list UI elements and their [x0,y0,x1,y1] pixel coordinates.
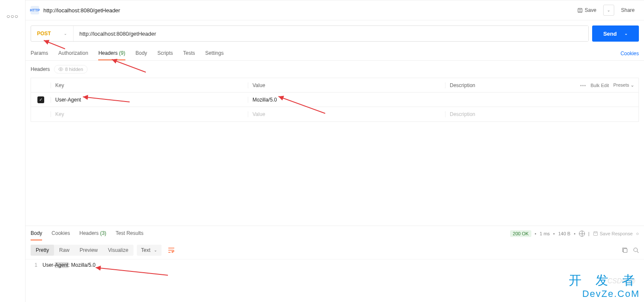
response-time: 1 ms [540,231,550,236]
row-key[interactable]: User-Agent [51,97,248,103]
status-badge: 200 OK [510,230,531,237]
svg-rect-2 [593,232,597,236]
response-tabs: Body Cookies Headers (3) Test Results 20… [26,226,644,241]
table-row: ✓ User-Agent Mozilla/5.0 [31,93,638,107]
copy-icon[interactable] [622,247,628,253]
chevron-down-icon: ⌄ [630,82,634,87]
tab-settings[interactable]: Settings [205,47,224,60]
tab-headers[interactable]: Headers (9) [98,47,125,60]
dots-icon[interactable]: ○ [636,231,639,236]
save-icon [593,231,598,236]
view-raw[interactable]: Raw [54,245,74,256]
new-desc-input[interactable] [450,111,634,117]
presets-button[interactable]: Presets ⌄ [613,82,634,88]
th-key: Key [51,82,248,88]
new-value-input[interactable] [252,111,441,117]
svg-point-4 [634,248,638,252]
send-label: Send [603,31,617,37]
wrap-icon [168,247,175,253]
save-button[interactable]: Save [573,6,601,15]
svg-point-1 [60,69,62,70]
method-select[interactable]: POST ⌄ [31,26,74,41]
save-label: Save [585,7,596,13]
title-bar: HTTP http://localhost:8080/getHeader Sav… [26,0,644,20]
bulk-edit-button[interactable]: Bulk Edit [590,83,609,88]
eye-icon [58,67,63,72]
response-panel: Body Cookies Headers (3) Test Results 20… [26,226,644,302]
th-value: Value [248,82,445,88]
table-header-row: Key Value Description ••• Bulk Edit Pres… [31,78,638,93]
view-mode-group: Pretty Raw Preview Visualize [31,245,133,256]
content-type-select[interactable]: Text ⌄ [137,245,162,256]
line-number: 1 [31,262,43,268]
chevron-down-icon: ⌄ [154,248,157,252]
hidden-headers-toggle[interactable]: 8 hidden [54,65,87,73]
headers-section-label: Headers [31,66,50,72]
tab-tests[interactable]: Tests [183,47,195,60]
left-more-icon[interactable]: ○○○ [6,13,18,20]
cookies-link[interactable]: Cookies [621,51,639,56]
resp-tab-tests[interactable]: Test Results [116,227,143,240]
watermark-en: DevZe.CoM [582,288,640,299]
svg-rect-0 [578,8,582,12]
watermark-cn: 开 发 者 [569,272,640,289]
tab-headers-label: Headers [98,50,117,56]
save-icon [577,8,583,13]
svg-rect-3 [624,249,627,253]
tab-headers-count: (9) [119,50,125,56]
tab-body[interactable]: Body [136,47,147,60]
chevron-down-icon: ⌄ [624,31,628,36]
row-value[interactable]: Mozilla/5.0 [248,97,445,103]
method-label: POST [37,31,51,37]
hidden-count: 8 hidden [65,67,83,72]
send-button[interactable]: Send ⌄ [592,25,639,42]
tab-authorization[interactable]: Authorization [58,47,88,60]
resp-tab-body[interactable]: Body [31,227,42,240]
view-preview[interactable]: Preview [74,245,103,256]
resp-tab-headers[interactable]: Headers (3) [79,227,106,240]
http-badge-icon: HTTP [31,6,39,14]
view-visualize[interactable]: Visualize [103,245,133,256]
save-response-button[interactable]: Save Response [593,231,633,236]
new-key-input[interactable] [55,111,244,117]
tab-title: http://localhost:8080/getHeader [43,7,573,14]
row-checkbox[interactable]: ✓ [37,96,44,103]
resp-tab-cookies[interactable]: Cookies [51,227,70,240]
url-input[interactable] [74,26,589,41]
response-body: 1 User-Agent: Mozilla/5.0 [26,260,644,271]
headers-table: Key Value Description ••• Bulk Edit Pres… [31,78,639,122]
globe-icon[interactable] [579,231,585,237]
chevron-down-icon: ⌄ [607,8,610,12]
request-tabs: Params Authorization Headers (9) Body Sc… [26,47,644,61]
response-size: 140 B [558,231,570,236]
save-dropdown-button[interactable]: ⌄ [603,5,614,16]
response-text[interactable]: User-Agent: Mozilla/5.0 [43,262,96,268]
more-icon[interactable]: ••• [580,83,587,88]
url-group: POST ⌄ [31,25,589,42]
tab-scripts[interactable]: Scripts [157,47,173,60]
view-pretty[interactable]: Pretty [31,245,54,256]
th-description: Description [445,82,576,88]
table-row-new [31,107,638,121]
chevron-down-icon: ⌄ [64,31,67,36]
wrap-lines-button[interactable] [165,245,178,256]
search-icon[interactable] [633,247,639,253]
tab-params[interactable]: Params [31,47,48,60]
share-button[interactable]: Share [617,6,639,15]
